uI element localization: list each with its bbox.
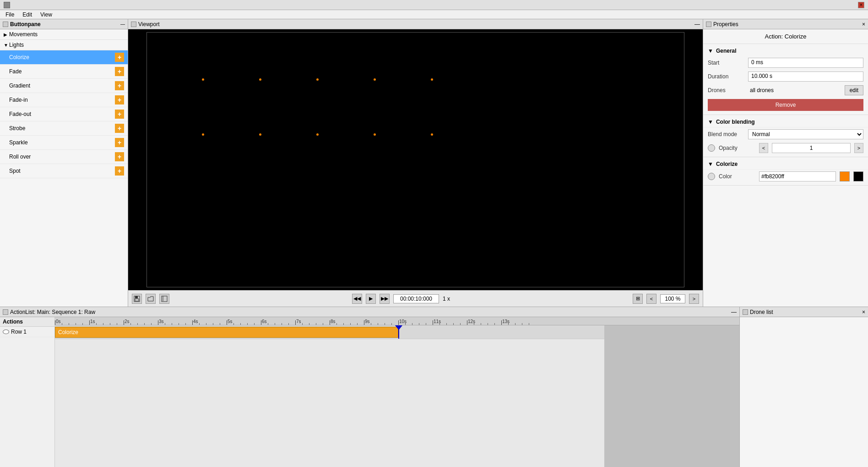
color-swatch-black[interactable] xyxy=(853,171,863,181)
lights-item-spot-label: Spot xyxy=(9,168,115,174)
drone-dot-1 xyxy=(202,78,204,81)
lights-item-gradient-label: Gradient xyxy=(9,82,115,89)
properties-panel: Properties × Action: Colorize ▼ General … xyxy=(703,19,868,307)
dl-icon xyxy=(743,309,748,315)
opacity-icon xyxy=(708,144,715,152)
add-colorize-button[interactable]: + xyxy=(115,53,124,62)
timeline-outer: 0s1s2s3s4s5s6s7s8s9s10s11s12s13s Coloriz… xyxy=(55,317,739,467)
general-section: ▼ General Start 0 ms Duration 10.000 s D… xyxy=(703,44,868,115)
lights-header[interactable]: ▼ Lights xyxy=(0,40,128,50)
start-value[interactable]: 0 ms xyxy=(748,58,863,68)
zoom-increase-btn[interactable]: > xyxy=(689,294,699,304)
app-icon xyxy=(4,2,10,8)
lights-item-strobe[interactable]: Strobe + xyxy=(0,121,128,136)
fast-forward-button[interactable]: ▶▶ xyxy=(380,294,390,304)
add-fadein-button[interactable]: + xyxy=(115,95,124,104)
action-list-panel: ActionList: Main: Sequence 1: Raw — Acti… xyxy=(0,307,740,467)
lights-item-fadein-label: Fade-in xyxy=(9,97,115,103)
viewport-minimize[interactable]: — xyxy=(694,21,700,27)
start-label: Start xyxy=(708,60,744,66)
timeline-track-1: Colorize xyxy=(55,325,604,339)
add-strobe-button[interactable]: + xyxy=(115,124,124,133)
opacity-label: Opacity xyxy=(719,145,755,151)
al-header-left: ActionList: Main: Sequence 1: Raw xyxy=(3,309,95,315)
zoom-decrease-btn[interactable]: < xyxy=(646,294,656,304)
timeline-empty xyxy=(55,339,604,467)
movements-label: Movements xyxy=(9,31,38,38)
drones-edit-button[interactable]: edit xyxy=(845,85,863,95)
ruler-marks: 0s1s2s3s4s5s6s7s8s9s10s11s12s13s xyxy=(55,317,604,325)
dl-close[interactable]: × xyxy=(862,309,865,315)
blend-mode-select[interactable]: Normal xyxy=(748,129,863,139)
opacity-decrease-btn[interactable]: < xyxy=(759,143,768,153)
opacity-increase-btn[interactable]: > xyxy=(854,143,863,153)
viewport-btn[interactable]: ⊞ xyxy=(633,294,643,304)
add-gradient-button[interactable]: + xyxy=(115,81,124,90)
close-button[interactable]: × xyxy=(858,2,864,8)
timeline-tracks: Colorize xyxy=(55,325,739,467)
speed-display: 1 x xyxy=(443,296,450,302)
viewport-header: Viewport — xyxy=(128,19,703,29)
lights-item-fadein[interactable]: Fade-in + xyxy=(0,93,128,107)
bottom-area: ActionList: Main: Sequence 1: Raw — Acti… xyxy=(0,307,868,467)
duration-value[interactable]: 10.000 s xyxy=(748,71,863,82)
properties-content: Action: Colorize ▼ General Start 0 ms Du… xyxy=(703,29,868,307)
folder-button[interactable] xyxy=(146,294,156,304)
general-section-header[interactable]: ▼ General xyxy=(703,46,868,56)
viewport-label: Viewport xyxy=(138,21,159,27)
blend-mode-label: Blend mode xyxy=(708,131,744,137)
export-button[interactable] xyxy=(159,294,169,304)
add-fade-button[interactable]: + xyxy=(115,67,124,76)
colorize-block[interactable]: Colorize xyxy=(55,327,398,338)
drone-list-content xyxy=(740,317,868,467)
dl-header-left: Drone list xyxy=(743,309,773,315)
opacity-row: Opacity < 1 > xyxy=(703,141,868,155)
save-frame-button[interactable] xyxy=(132,294,142,304)
colorize-section-header[interactable]: ▼ Colorize xyxy=(703,159,868,170)
lights-item-sparkle[interactable]: Sparkle + xyxy=(0,136,128,150)
add-sparkle-button[interactable]: + xyxy=(115,138,124,147)
properties-header-left: Properties xyxy=(706,21,738,27)
movements-header[interactable]: ▶ Movements xyxy=(0,29,128,40)
add-fadeout-button[interactable]: + xyxy=(115,110,124,119)
menu-view[interactable]: View xyxy=(37,11,56,19)
lights-label: Lights xyxy=(9,42,24,48)
play-button[interactable]: ▶ xyxy=(366,294,376,304)
action-list-header: ActionList: Main: Sequence 1: Raw — xyxy=(0,307,739,317)
color-blending-arrow: ▼ xyxy=(708,119,713,125)
actions-column: Actions Row 1 xyxy=(0,317,55,467)
color-blending-header[interactable]: ▼ Color blending xyxy=(703,117,868,127)
main-layout: Buttonpane — ▶ Movements ▼ Lights xyxy=(0,19,868,307)
menu-bar: File Edit View xyxy=(0,10,868,19)
menu-file[interactable]: File xyxy=(2,11,18,19)
add-spot-button[interactable]: + xyxy=(115,166,124,176)
timeline-playhead[interactable] xyxy=(398,325,399,339)
lights-item-fadeout-label: Fade-out xyxy=(9,111,115,117)
color-swatch-orange[interactable] xyxy=(840,171,850,181)
menu-edit[interactable]: Edit xyxy=(19,11,36,19)
color-icon xyxy=(708,173,715,180)
viewport-controls: ◀◀ ▶ ▶▶ 00:00:10:000 1 x ⊞ < 100 % > xyxy=(128,290,703,307)
add-rollover-button[interactable]: + xyxy=(115,152,124,161)
drone-dot-4 xyxy=(374,78,376,81)
svg-rect-3 xyxy=(162,296,167,302)
drone-dot-3 xyxy=(316,78,319,81)
visibility-toggle[interactable] xyxy=(3,330,9,334)
remove-button[interactable]: Remove xyxy=(708,99,863,111)
viewport-header-left: Viewport xyxy=(131,21,159,27)
drone-list-header: Drone list × xyxy=(740,307,868,317)
lights-item-fadeout[interactable]: Fade-out + xyxy=(0,107,128,121)
color-input[interactable]: #fb8200ff xyxy=(759,171,836,181)
properties-close[interactable]: × xyxy=(862,21,865,27)
lights-item-rollover[interactable]: Roll over + xyxy=(0,150,128,164)
lights-item-fade[interactable]: Fade + xyxy=(0,65,128,79)
start-row: Start 0 ms xyxy=(703,56,868,70)
colorize-label: Colorize xyxy=(716,161,738,167)
buttonpane-minimize[interactable]: — xyxy=(120,22,125,27)
lights-item-spot[interactable]: Spot + xyxy=(0,164,128,178)
lights-item-gradient[interactable]: Gradient + xyxy=(0,79,128,93)
viewport-frame xyxy=(146,32,684,287)
al-minimize[interactable]: — xyxy=(731,309,737,315)
rewind-button[interactable]: ◀◀ xyxy=(352,294,362,304)
lights-item-colorize[interactable]: Colorize + xyxy=(0,50,128,65)
